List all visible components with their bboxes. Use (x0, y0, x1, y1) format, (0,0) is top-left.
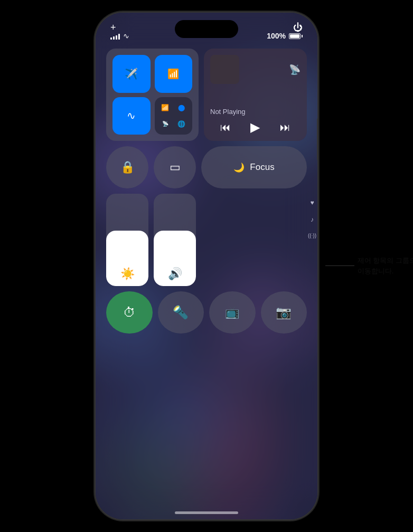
play-button[interactable]: ▶ (250, 120, 260, 135)
connectivity-widget[interactable]: ✈️ 📶 ∿ 📶 ⬤ 📡 🌐 (106, 49, 199, 141)
wifi-button[interactable]: ∿ (112, 97, 151, 135)
now-playing-widget[interactable]: 📡 Not Playing ⏮ ▶ ⏭ (204, 49, 307, 141)
control-center: ✈️ 📶 ∿ 📶 ⬤ 📡 🌐 (106, 49, 307, 339)
vpn-button[interactable]: 📡 (158, 117, 172, 131)
focus-label: Focus (250, 162, 274, 173)
camera-icon: 📷 (276, 305, 292, 320)
brightness-slider[interactable]: ☀️ (106, 194, 148, 286)
airplane-mode-button[interactable]: ✈️ (112, 55, 151, 93)
signal-strength (110, 32, 120, 40)
volume-icon: 🔊 (168, 267, 182, 281)
battery-icon (289, 33, 303, 39)
now-playing-label: Not Playing (210, 108, 301, 116)
bluetooth-button[interactable]: ⬤ (175, 101, 189, 115)
flashlight-icon: 🔦 (173, 305, 189, 320)
airdrop-button[interactable]: 📶 (155, 55, 193, 93)
screen-mirror-button[interactable]: ▭ (154, 146, 196, 188)
heart-icon: ♥ (310, 199, 314, 206)
add-button[interactable]: + (110, 22, 116, 33)
music-note-icon: ♪ (311, 216, 314, 223)
brightness-icon: ☀️ (120, 267, 135, 281)
fast-forward-button[interactable]: ⏭ (280, 121, 290, 134)
focus-icon: 🌙 (233, 162, 245, 173)
camera-button[interactable]: 📷 (261, 291, 307, 334)
timer-icon: ⏱ (123, 305, 136, 320)
power-button[interactable]: ⏻ (293, 22, 303, 33)
globe-button[interactable]: 🌐 (175, 117, 189, 131)
screen-rotation-button[interactable]: 🔒 (106, 146, 148, 188)
volume-slider[interactable]: 🔊 (154, 194, 196, 286)
annotation-text: 제어 항목의 그룹으로 이동합니다. (358, 255, 413, 276)
tv-remote-icon: 📺 (225, 306, 239, 319)
bottom-controls-row: ⏱ 🔦 📺 📷 (106, 291, 307, 334)
rewind-button[interactable]: ⏮ (220, 121, 231, 134)
wifi-status-icon: ∿ (123, 32, 129, 40)
tv-remote-button[interactable]: 📺 (209, 291, 256, 334)
signal-waves-icon: ((·)) (308, 233, 316, 239)
flashlight-button[interactable]: 🔦 (158, 291, 204, 334)
airplay-icon[interactable]: 📡 (289, 64, 301, 75)
battery-percent: 100% (267, 32, 286, 40)
timer-button[interactable]: ⏱ (106, 291, 153, 334)
cellular-button[interactable]: 📶 (158, 101, 172, 115)
side-button[interactable] (317, 118, 317, 160)
dynamic-island (175, 20, 238, 38)
focus-button[interactable]: 🌙 Focus (201, 146, 307, 188)
home-indicator[interactable] (175, 511, 238, 514)
media-controls: ⏮ ▶ ⏭ (210, 120, 301, 135)
phone-frame: ∿ 100% + ⏻ ✈️ (96, 13, 317, 519)
album-art (210, 55, 239, 84)
